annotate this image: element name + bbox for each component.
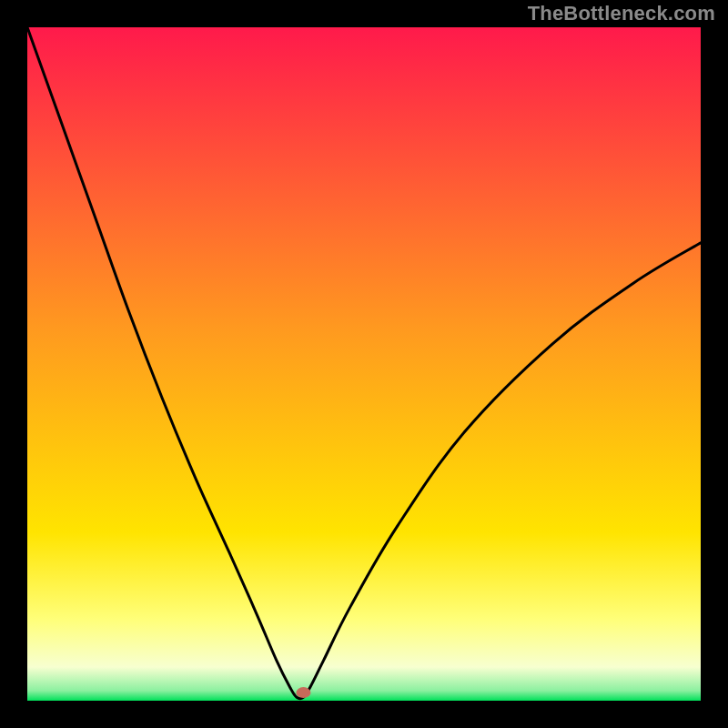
plot-background xyxy=(27,27,701,701)
chart-frame: TheBottleneck.com xyxy=(0,0,728,728)
marker-min-point xyxy=(296,687,310,698)
watermark-text: TheBottleneck.com xyxy=(528,2,715,25)
bottleneck-chart xyxy=(0,0,728,728)
